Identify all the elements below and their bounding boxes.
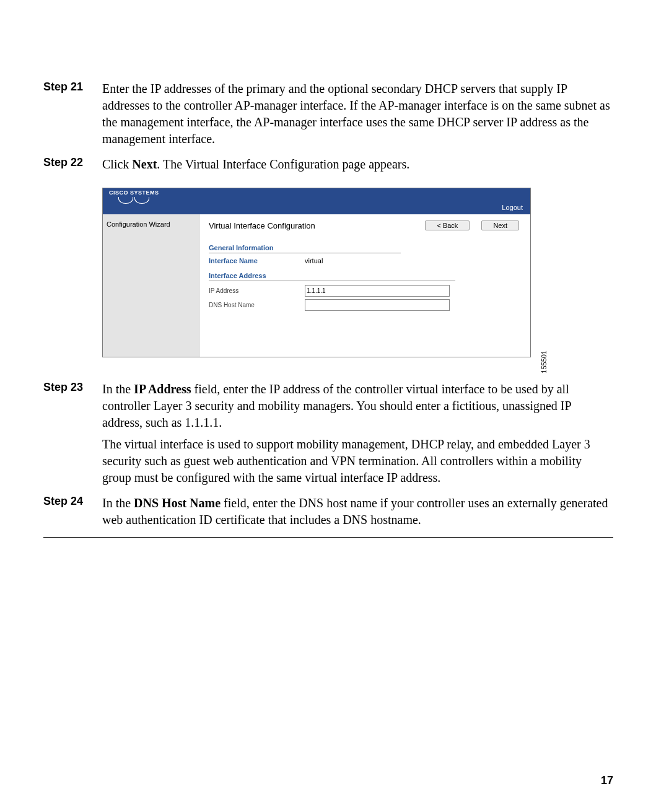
step-24-text: In the DNS Host Name field, enter the DN… (102, 495, 613, 528)
step-21: Step 21 Enter the IP addresses of the pr… (43, 81, 613, 152)
divider (43, 537, 613, 538)
step-22: Step 22 Click Next. The Virtual Interfac… (43, 156, 613, 178)
page-number: 17 (601, 774, 613, 787)
dns-host-name-label: DNS Host Name (209, 302, 305, 308)
dns-host-name-row: DNS Host Name (209, 299, 519, 311)
step-23: Step 23 In the IP Address field, enter t… (43, 381, 613, 491)
step-label: Step 21 (43, 81, 102, 94)
step-label: Step 23 (43, 381, 102, 394)
interface-name-label: Interface Name (209, 257, 305, 264)
step-23-p2: The virtual interface is used to support… (102, 436, 613, 486)
logout-link[interactable]: Logout (502, 204, 523, 211)
step-label: Step 24 (43, 495, 102, 508)
sidebar-title: Configuration Wizard (107, 220, 196, 228)
step-23-p1: In the IP Address field, enter the IP ad… (102, 381, 613, 431)
cisco-bridge-icon (109, 197, 159, 204)
figure-id-number: 155501 (540, 351, 548, 373)
cisco-logo: CISCO SYSTEMS (109, 190, 159, 204)
step-body: In the DNS Host Name field, enter the DN… (102, 495, 613, 533)
ip-address-input[interactable] (305, 285, 450, 297)
step-24: Step 24 In the DNS Host Name field, ente… (43, 495, 613, 533)
ip-address-row: IP Address (209, 285, 519, 297)
ip-address-label: IP Address (209, 287, 305, 294)
step-body: In the IP Address field, enter the IP ad… (102, 381, 613, 491)
step-22-text: Click Next. The Virtual Interface Config… (102, 156, 613, 173)
section-general-information: General Information (209, 244, 401, 253)
wizard-page-title: Virtual Interface Configuration (209, 221, 315, 230)
figure-virtual-interface-config: CISCO SYSTEMS Logout Configuration Wizar… (102, 188, 613, 357)
config-wizard-window: CISCO SYSTEMS Logout Configuration Wizar… (102, 188, 531, 357)
step-21-text: Enter the IP addresses of the primary an… (102, 81, 613, 147)
interface-name-value: virtual (305, 257, 323, 264)
dns-host-name-input[interactable] (305, 299, 450, 311)
step-body: Enter the IP addresses of the primary an… (102, 81, 613, 152)
step-label: Step 22 (43, 156, 102, 169)
interface-name-row: Interface Name virtual (209, 257, 519, 264)
step-body: Click Next. The Virtual Interface Config… (102, 156, 613, 178)
section-interface-address: Interface Address (209, 272, 455, 281)
wizard-main: Virtual Interface Configuration < Back N… (200, 214, 530, 357)
back-button[interactable]: < Back (425, 220, 470, 230)
wizard-header-bar: CISCO SYSTEMS Logout (103, 188, 530, 214)
wizard-sidebar: Configuration Wizard (103, 214, 200, 357)
next-button[interactable]: Next (481, 220, 519, 230)
